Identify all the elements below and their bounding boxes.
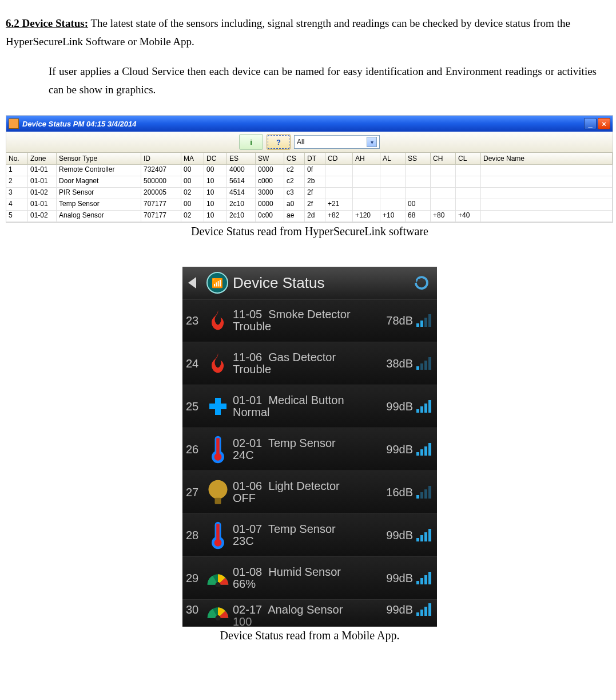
close-button[interactable]: ×	[598, 118, 610, 129]
cell-ah	[353, 176, 380, 188]
filter-select[interactable]: All ▾	[294, 135, 380, 149]
item-status: Normal	[233, 406, 386, 419]
list-item[interactable]: 2311-05 Smoke DetectorTrouble78dB	[182, 299, 437, 342]
cell-dc: 00	[204, 165, 227, 176]
cell-id: 500000	[141, 176, 181, 188]
window-titlebar: Device Status PM 04:15 3/4/2014 _ ×	[6, 116, 613, 132]
signal-strength-icon	[416, 529, 431, 541]
bulb-icon	[205, 478, 230, 507]
col-dt[interactable]: DT	[305, 153, 325, 165]
list-item[interactable]: 2602-01 Temp Sensor24C99dB	[182, 428, 437, 471]
list-item[interactable]: 3002-17 Analog Sensor10099dB	[182, 600, 437, 627]
window-title: Device Status PM 04:15 3/4/2014	[22, 120, 583, 128]
item-number: 29	[186, 572, 205, 585]
cell-sw: 0c00	[256, 211, 284, 222]
cell-name	[481, 165, 613, 176]
item-number: 26	[186, 443, 205, 456]
item-db: 99dB	[386, 400, 413, 413]
minimize-button[interactable]: _	[584, 118, 597, 129]
cell-ah	[353, 188, 380, 199]
temp-icon	[205, 520, 230, 551]
col-zone[interactable]: Zone	[28, 153, 57, 165]
list-item[interactable]: 2501-01 Medical ButtonNormal99dB	[182, 385, 437, 428]
cell-id: 707177	[141, 211, 181, 222]
cell-es: 4514	[227, 188, 256, 199]
col-device-name[interactable]: Device Name	[481, 153, 613, 165]
cell-cs: ae	[284, 211, 305, 222]
mobile-title: Device Status	[233, 274, 324, 292]
item-body: 11-05 Smoke DetectorTrouble	[230, 308, 386, 333]
paragraph-2: If user applies a Cloud Service then eac…	[49, 62, 597, 100]
cell-es: 2c10	[227, 199, 256, 211]
item-body: 11-06 Gas DetectorTrouble	[230, 351, 386, 376]
mobile-header: 📶 Device Status	[182, 267, 437, 299]
cell-es: 4000	[227, 165, 256, 176]
col-ss[interactable]: SS	[406, 153, 431, 165]
help-button[interactable]: ?	[267, 134, 291, 150]
item-number: 23	[186, 314, 205, 327]
cell-cl: +40	[456, 211, 481, 222]
refresh-button[interactable]	[412, 273, 431, 292]
refresh-icon	[413, 274, 430, 291]
cell-ma: 02	[181, 188, 204, 199]
cell-ma: 00	[181, 176, 204, 188]
cell-id: 707177	[141, 199, 181, 211]
cell-cd: +21	[325, 199, 353, 211]
table-row[interactable]: 401-01Temp Sensor70717700102c100000a02f+…	[6, 199, 613, 211]
col-ah[interactable]: AH	[353, 153, 380, 165]
cell-dt: 0f	[305, 165, 325, 176]
col-es[interactable]: ES	[227, 153, 256, 165]
back-icon[interactable]	[188, 277, 196, 288]
item-status: 100	[233, 615, 386, 627]
item-zone-name: 02-17 Analog Sensor	[233, 603, 386, 616]
cell-dc: 10	[204, 199, 227, 211]
cell-cs: c2	[284, 176, 305, 188]
list-item[interactable]: 2801-07 Temp Sensor23C99dB	[182, 514, 437, 557]
cell-sw: 3000	[256, 188, 284, 199]
col-sensor-type[interactable]: Sensor Type	[57, 153, 141, 165]
col-ch[interactable]: CH	[431, 153, 456, 165]
col-dc[interactable]: DC	[204, 153, 227, 165]
col-sw[interactable]: SW	[256, 153, 284, 165]
cell-no: 5	[6, 211, 28, 222]
gauge-icon	[205, 570, 230, 587]
list-item[interactable]: 2701-06 Light DetectorOFF16dB	[182, 471, 437, 514]
table-row[interactable]: 201-01Door Magnet50000000105614c000c22b	[6, 176, 613, 188]
table-row[interactable]: 501-02Analog Sensor70717702102c100c00ae2…	[6, 211, 613, 222]
col-al[interactable]: AL	[380, 153, 406, 165]
item-db: 99dB	[386, 603, 413, 616]
gauge-icon	[205, 603, 230, 620]
col-cl[interactable]: CL	[456, 153, 481, 165]
col-id[interactable]: ID	[141, 153, 181, 165]
table-header-row: No. Zone Sensor Type ID MA DC ES SW CS D…	[6, 153, 613, 165]
cell-ch	[431, 199, 456, 211]
list-item[interactable]: 2901-08 Humid Sensor66%99dB	[182, 557, 437, 600]
cell-type: PIR Sensor	[57, 188, 141, 199]
cell-cd	[325, 176, 353, 188]
cell-dt: 2f	[305, 188, 325, 199]
col-cd[interactable]: CD	[325, 153, 353, 165]
table-row[interactable]: 301-02PIR Sensor200005021045143000c32f	[6, 188, 613, 199]
cell-cd	[325, 188, 353, 199]
info-button[interactable]: i	[239, 134, 263, 150]
col-ma[interactable]: MA	[181, 153, 204, 165]
col-no[interactable]: No.	[6, 153, 28, 165]
item-zone-name: 01-08 Humid Sensor	[233, 565, 386, 579]
col-cs[interactable]: CS	[284, 153, 305, 165]
table-row[interactable]: 101-01Remote Controller73240700004000000…	[6, 165, 613, 176]
item-db: 16dB	[386, 486, 413, 499]
cell-ah: +120	[353, 211, 380, 222]
cell-dc: 10	[204, 188, 227, 199]
cell-cl	[456, 176, 481, 188]
cell-cs: c2	[284, 165, 305, 176]
section-heading-paragraph: 6.2 Device Status: The latest state of t…	[6, 14, 614, 52]
item-body: 01-06 Light DetectorOFF	[230, 480, 386, 505]
item-status: 24C	[233, 449, 386, 462]
temp-icon	[205, 434, 230, 465]
cell-cd: +82	[325, 211, 353, 222]
list-item[interactable]: 2411-06 Gas DetectorTrouble38dB	[182, 342, 437, 385]
item-body: 01-07 Temp Sensor23C	[230, 523, 386, 548]
item-db: 38dB	[386, 357, 413, 370]
cell-cl	[456, 199, 481, 211]
item-zone-name: 11-06 Gas Detector	[233, 351, 386, 364]
